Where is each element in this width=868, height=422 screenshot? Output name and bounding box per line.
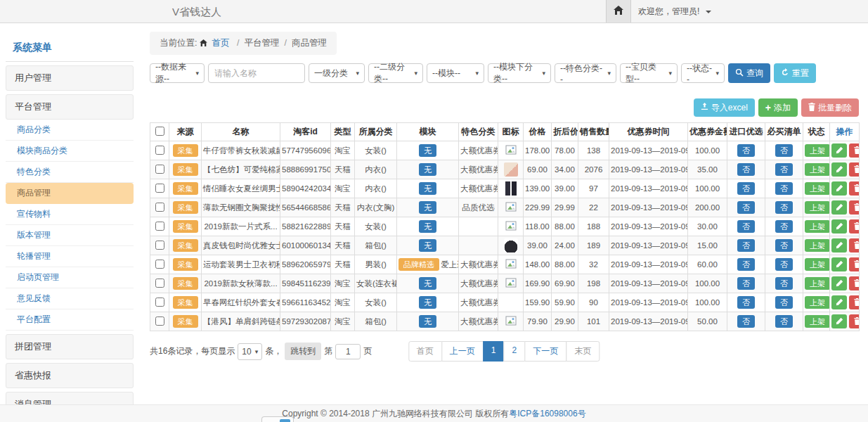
sidebar-item-feature-category[interactable]: 特色分类 — [6, 162, 134, 183]
sidebar-item-module-goods-category[interactable]: 模块商品分类 — [6, 141, 134, 162]
trash-icon — [854, 222, 860, 232]
home-icon — [614, 6, 623, 17]
delete-button[interactable] — [849, 295, 860, 309]
import-excel-button[interactable]: 导入excel — [694, 98, 755, 117]
filter-select-module-sub-category[interactable]: --模块下分类--▾ — [488, 63, 551, 83]
filter-input-name[interactable] — [208, 63, 305, 83]
breadcrumb-home-link[interactable]: 首页 — [212, 38, 229, 48]
cell-sales: 189 — [578, 236, 609, 255]
delete-button[interactable] — [849, 181, 860, 196]
sidebar-item-carousel-management[interactable]: 轮播管理 — [6, 246, 134, 267]
cell-type: 淘宝 — [331, 293, 355, 312]
select-all-checkbox[interactable] — [155, 127, 164, 136]
row-checkbox[interactable] — [155, 316, 164, 326]
cell-discount-price: 24.00 — [552, 236, 578, 255]
pencil-icon — [836, 241, 843, 251]
sidebar-group-user-management[interactable]: 用户管理 — [6, 65, 134, 91]
cell-discount-price: 69.90 — [552, 274, 578, 293]
filter-select-module[interactable]: --模块--▾ — [427, 63, 484, 83]
cell-price: 159.90 — [524, 293, 552, 312]
edit-button[interactable] — [831, 162, 847, 177]
sidebar-item-platform-config[interactable]: 平台配置 — [6, 309, 134, 331]
edit-button[interactable] — [831, 143, 847, 158]
add-button[interactable]: + 添加 — [758, 98, 798, 117]
filter-select-level2-category[interactable]: --二级分类--▾ — [368, 63, 423, 83]
filter-select-value: --模块下分类-- — [493, 61, 539, 85]
edit-button[interactable] — [831, 257, 847, 271]
delete-button[interactable] — [849, 238, 860, 252]
sidebar-group-group-buy-management[interactable]: 拼团管理 — [6, 334, 134, 359]
row-checkbox[interactable] — [155, 241, 164, 250]
row-checkbox[interactable] — [155, 298, 164, 307]
sidebar-item-goods-management[interactable]: 商品管理 — [6, 183, 134, 204]
page-nav-2[interactable]: 1 — [483, 341, 505, 362]
page-size-select[interactable]: 10 ▾ — [238, 343, 262, 360]
cell-sales: 101 — [578, 312, 609, 331]
page-nav-1[interactable]: 上一页 — [441, 341, 484, 362]
page-number-input[interactable] — [335, 344, 361, 359]
must-buy-badge: 否 — [775, 315, 793, 328]
delete-button[interactable] — [849, 143, 860, 158]
page-nav-0[interactable]: 首页 — [408, 341, 442, 362]
jump-suffix: 页 — [363, 345, 372, 357]
cell-name: 【港风】单肩斜跨链条... — [202, 312, 280, 331]
delete-button[interactable] — [849, 257, 860, 271]
filter-select-feature-category[interactable]: --特色分类--▾ — [555, 63, 616, 83]
cell-price: 69.00 — [524, 160, 552, 179]
page-nav-4[interactable]: 下一页 — [524, 341, 566, 362]
cell-sales: 188 — [578, 217, 609, 236]
app-title: V省钱达人 — [172, 0, 221, 23]
icp-link[interactable]: 粤ICP备16098006号 — [509, 409, 585, 418]
reset-button[interactable]: 重置 — [774, 63, 816, 83]
sidebar-group-savings-express[interactable]: 省惠快报 — [6, 363, 134, 388]
cell-source: 采集 — [169, 179, 202, 198]
edit-button[interactable] — [831, 276, 847, 290]
row-checkbox[interactable] — [155, 165, 164, 174]
cell-feature: 品质优选 — [459, 198, 498, 217]
sidebar-item-version-management[interactable]: 版本管理 — [6, 225, 134, 246]
source-badge: 采集 — [173, 296, 198, 309]
sidebar-group-platform-management[interactable]: 平台管理 — [6, 94, 134, 120]
edit-button[interactable] — [831, 238, 847, 252]
footer: Copyright © 2014-2018 广州九驰网络科技有限公司 版权所有粤… — [0, 404, 868, 422]
cell-category: 女装(连衣裙) — [355, 274, 397, 293]
delete-button[interactable] — [849, 219, 860, 234]
edit-button[interactable] — [831, 219, 847, 234]
delete-button[interactable] — [849, 314, 860, 328]
row-checkbox[interactable] — [155, 146, 164, 155]
cell-coupon-time: 2019-09-13—2019-09-19 — [609, 217, 688, 236]
delete-button[interactable] — [849, 162, 860, 177]
page-nav-3[interactable]: 2 — [504, 341, 526, 362]
user-menu[interactable]: 欢迎您，管理员! — [638, 0, 711, 23]
delete-button[interactable] — [849, 200, 860, 215]
row-checkbox[interactable] — [155, 203, 164, 212]
filter-select-level1-category[interactable]: 一级分类▾ — [309, 63, 365, 83]
batch-delete-button[interactable]: 批量删除 — [801, 98, 859, 117]
sidebar-item-goods-category[interactable]: 商品分类 — [6, 120, 134, 141]
trash-icon — [854, 316, 860, 327]
row-checkbox[interactable] — [155, 222, 164, 231]
cell-name: 运动套装男士卫衣初秋... — [202, 255, 280, 274]
jump-button[interactable]: 跳转到 — [285, 343, 321, 360]
row-checkbox[interactable] — [155, 260, 164, 269]
filter-select-data-source[interactable]: --数据来源--▾ — [150, 63, 205, 83]
sidebar-item-splash-management[interactable]: 启动页管理 — [6, 267, 134, 288]
page-nav-5[interactable]: 末页 — [566, 341, 600, 362]
edit-button[interactable] — [831, 200, 847, 215]
trash-icon — [854, 203, 860, 213]
edit-button[interactable] — [831, 295, 847, 309]
delete-button[interactable] — [849, 276, 860, 290]
cell-name: 【七色纺】可爱纯棉家... — [202, 160, 280, 179]
edit-button[interactable] — [831, 181, 847, 196]
row-checkbox[interactable] — [155, 279, 164, 288]
sidebar-item-feedback[interactable]: 意见反馈 — [6, 288, 134, 309]
sidebar-item-promo-material[interactable]: 宣传物料 — [6, 204, 134, 225]
filter-select-item-type[interactable]: --宝贝类型--▾ — [620, 63, 678, 83]
search-button[interactable]: 查询 — [728, 63, 770, 83]
search-button-label: 查询 — [746, 68, 763, 79]
filter-select-status[interactable]: --状态--▾ — [681, 63, 725, 83]
home-button[interactable] — [606, 0, 631, 23]
edit-button[interactable] — [831, 314, 847, 328]
row-checkbox[interactable] — [155, 184, 164, 193]
table-header: 来源名称淘客id类型所属分类模块特色分类图标价格折后价销售数量优惠券时间优惠券金… — [150, 123, 860, 141]
